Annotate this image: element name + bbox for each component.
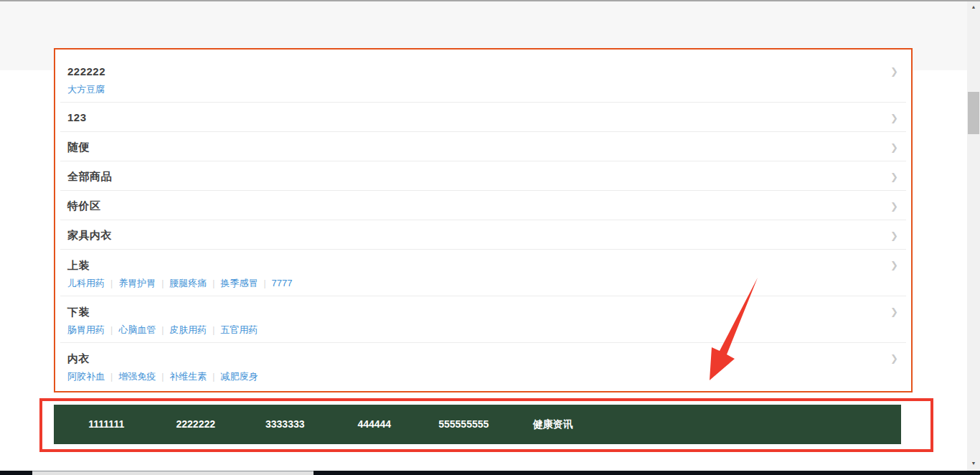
link-separator: |: [161, 325, 164, 335]
category-row[interactable]: 下装 肠胃用药|心脑血管|皮肤用药|五官用药 ❯: [55, 296, 911, 343]
link-separator: |: [161, 372, 164, 382]
taskbar-strip: [0, 471, 980, 475]
category-row[interactable]: 随便 ❯: [55, 132, 911, 161]
scrollbar-thumb[interactable]: [968, 92, 979, 134]
category-title: 随便: [67, 139, 899, 154]
footer-nav-item[interactable]: 555555555: [419, 405, 509, 444]
category-sublinks: 肠胃用药|心脑血管|皮肤用药|五官用药: [67, 323, 899, 337]
chevron-right-icon: ❯: [890, 260, 898, 270]
link-separator: |: [263, 278, 265, 288]
page-root: 222222 大方豆腐 ❯ 123 ❯ 随便 ❯ 全部商品 ❯ 特价区 ❯ 家具…: [0, 0, 980, 475]
category-sublinks: 大方豆腐: [67, 83, 899, 96]
subcategory-link[interactable]: 皮肤用药: [169, 324, 207, 335]
subcategory-link[interactable]: 7777: [272, 278, 293, 288]
footer-nav-bar: 111111122222223333333444444555555555健康资讯: [54, 405, 901, 444]
subcategory-link[interactable]: 腰腿疼痛: [169, 278, 207, 288]
category-row[interactable]: 全部商品 ❯: [55, 161, 911, 191]
footer-nav-item[interactable]: 444444: [330, 405, 420, 444]
taskbar-window-segment: [32, 471, 314, 475]
subcategory-link[interactable]: 换季感冒: [220, 278, 258, 288]
chevron-right-icon: ❯: [890, 67, 898, 76]
category-title: 上装: [67, 258, 899, 273]
chevron-right-icon: ❯: [890, 230, 898, 240]
footer-nav-item[interactable]: 3333333: [240, 405, 330, 444]
chevron-right-icon: ❯: [890, 171, 898, 181]
footer-nav-item[interactable]: 2222222: [151, 405, 241, 444]
category-title: 内衣: [67, 351, 899, 366]
category-title: 特价区: [67, 198, 899, 213]
category-title: 123: [67, 110, 899, 125]
category-title: 家具内衣: [67, 227, 899, 243]
subcategory-link[interactable]: 儿科用药: [67, 278, 105, 288]
link-separator: |: [212, 372, 215, 382]
subcategory-link[interactable]: 减肥廋身: [220, 371, 258, 382]
category-title: 下装: [67, 304, 899, 319]
subcategory-link[interactable]: 五官用药: [220, 324, 258, 335]
subcategory-link[interactable]: 心脑血管: [118, 324, 156, 335]
chevron-right-icon: ❯: [890, 201, 898, 210]
subcategory-link[interactable]: 增强免疫: [118, 371, 156, 382]
category-row[interactable]: 内衣 阿胶补血|增强免疫|补维生素|减肥廋身 ❯: [55, 343, 911, 391]
subcategory-link[interactable]: 补维生素: [169, 371, 207, 382]
scrollbar-track[interactable]: ▲ ▼: [967, 0, 980, 471]
footer-nav-item[interactable]: 1111111: [62, 405, 151, 444]
category-row[interactable]: 222222 大方豆腐 ❯: [55, 50, 911, 103]
page-top-border: [0, 0, 980, 1]
chevron-right-icon: ❯: [890, 307, 898, 316]
category-title: 全部商品: [67, 169, 899, 184]
category-sublinks: 阿胶补血|增强免疫|补维生素|减肥廋身: [67, 370, 899, 384]
category-row[interactable]: 特价区 ❯: [55, 191, 911, 220]
subcategory-link[interactable]: 养胃护胃: [118, 278, 156, 288]
category-panel: 222222 大方豆腐 ❯ 123 ❯ 随便 ❯ 全部商品 ❯ 特价区 ❯ 家具…: [54, 48, 913, 392]
link-separator: |: [110, 325, 113, 335]
category-title: 222222: [67, 64, 899, 79]
footer-nav-item[interactable]: 健康资讯: [509, 405, 598, 444]
footer-nav-list: 111111122222223333333444444555555555健康资讯: [54, 405, 901, 444]
chevron-right-icon: ❯: [890, 354, 898, 363]
link-separator: |: [110, 278, 113, 288]
category-sublinks: 儿科用药|养胃护胃|腰腿疼痛|换季感冒|7777: [67, 276, 899, 291]
category-row[interactable]: 家具内衣 ❯: [55, 220, 911, 250]
category-row[interactable]: 123 ❯: [55, 103, 911, 132]
subcategory-link[interactable]: 肠胃用药: [67, 324, 105, 335]
link-separator: |: [161, 278, 164, 288]
link-separator: |: [212, 278, 215, 288]
scroll-down-icon[interactable]: ▼: [967, 458, 980, 469]
category-row[interactable]: 上装 儿科用药|养胃护胃|腰腿疼痛|换季感冒|7777 ❯: [55, 250, 911, 296]
link-separator: |: [212, 325, 215, 335]
subcategory-link[interactable]: 大方豆腐: [67, 84, 105, 95]
link-separator: |: [110, 372, 113, 382]
subcategory-link[interactable]: 阿胶补血: [67, 371, 105, 382]
chevron-right-icon: ❯: [890, 113, 898, 122]
scroll-up-icon[interactable]: ▲: [967, 1, 980, 13]
chevron-right-icon: ❯: [890, 142, 898, 151]
